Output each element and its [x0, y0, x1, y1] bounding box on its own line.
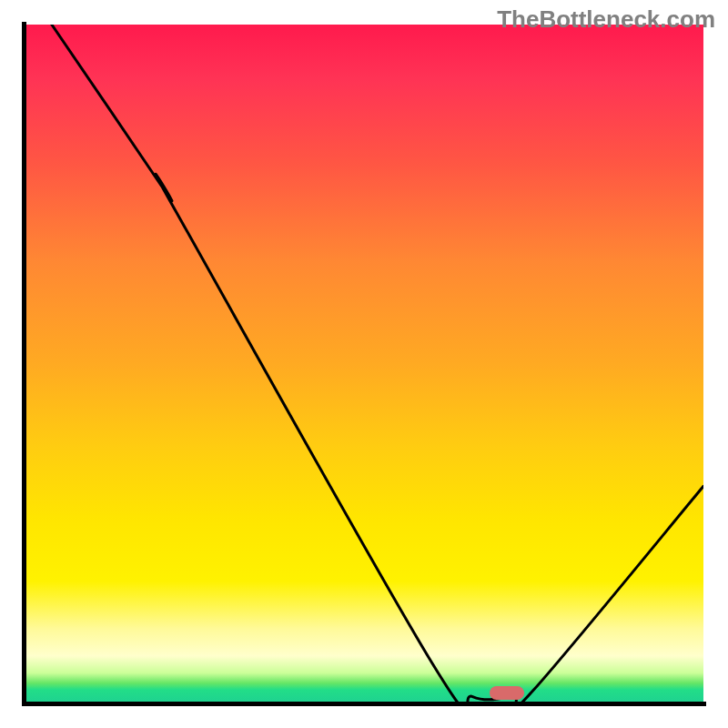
plot-gradient-background [25, 25, 703, 703]
chart-container: TheBottleneck.com [0, 0, 728, 728]
y-axis [22, 22, 26, 704]
x-axis [22, 702, 706, 706]
watermark-text: TheBottleneck.com [497, 5, 715, 34]
optimal-marker [490, 686, 524, 700]
